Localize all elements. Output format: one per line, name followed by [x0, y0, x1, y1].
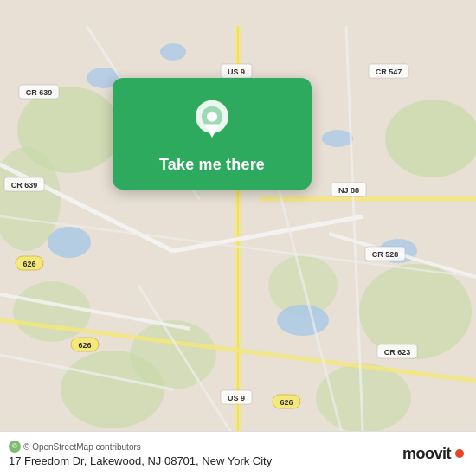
- bottom-bar: © © OpenStreetMap contributors 17 Freedo…: [0, 431, 476, 476]
- osm-credit-text: © OpenStreetMap contributors: [23, 442, 141, 452]
- svg-text:US 9: US 9: [228, 68, 245, 76]
- moovit-logo: moovit: [402, 445, 464, 463]
- svg-text:626: 626: [23, 260, 35, 268]
- take-me-there-button[interactable]: Take me there: [159, 156, 265, 174]
- svg-point-11: [48, 227, 91, 258]
- svg-text:US 9: US 9: [228, 394, 245, 402]
- svg-point-16: [322, 130, 353, 147]
- svg-text:CR 547: CR 547: [376, 68, 402, 76]
- svg-point-9: [13, 281, 91, 342]
- bottom-left-info: © © OpenStreetMap contributors 17 Freedo…: [9, 441, 272, 467]
- svg-point-3: [385, 100, 476, 177]
- svg-text:NJ 88: NJ 88: [338, 186, 359, 195]
- map-card: Take me there: [113, 78, 312, 190]
- map-svg: CR 639 CR 639 US 9 CR 547 NJ 88 CR 528 C…: [0, 0, 476, 476]
- moovit-dot-icon: [455, 449, 464, 458]
- svg-text:CR 623: CR 623: [384, 348, 411, 357]
- svg-text:CR 639: CR 639: [11, 181, 38, 190]
- svg-text:626: 626: [280, 398, 293, 407]
- svg-point-14: [160, 43, 186, 61]
- osm-credit: © © OpenStreetMap contributors: [9, 441, 272, 453]
- address-text: 17 Freedom Dr, Lakewood, NJ 08701, New Y…: [9, 454, 272, 467]
- svg-text:CR 528: CR 528: [372, 250, 399, 259]
- svg-point-7: [61, 351, 164, 428]
- osm-logo: ©: [9, 441, 21, 453]
- map-container: CR 639 CR 639 US 9 CR 547 NJ 88 CR 528 C…: [0, 0, 476, 476]
- svg-point-55: [207, 112, 217, 122]
- svg-point-12: [277, 305, 329, 336]
- location-pin-icon: [190, 99, 235, 144]
- svg-text:626: 626: [78, 341, 91, 350]
- svg-text:CR 639: CR 639: [26, 88, 53, 97]
- moovit-label: moovit: [402, 445, 451, 463]
